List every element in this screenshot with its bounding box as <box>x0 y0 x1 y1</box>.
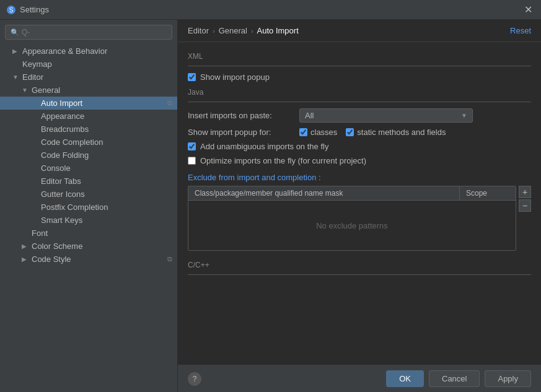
cancel-button[interactable]: Cancel <box>429 370 480 387</box>
show-import-popup-java-row: Show import popup for: classes static me… <box>188 128 531 137</box>
exclude-table-wrapper: Class/package/member qualified name mask… <box>188 186 531 251</box>
table-col2-header: Scope <box>460 186 516 200</box>
sidebar-item-label: Code Style <box>32 255 167 264</box>
search-box[interactable]: 🔍 <box>5 25 172 40</box>
arrow-icon: ▶ <box>12 48 21 54</box>
sidebar-item-editor-tabs[interactable]: Editor Tabs <box>0 175 177 188</box>
static-methods-checkbox[interactable] <box>346 128 354 136</box>
content-area: Editor › General › Auto Import Reset XML… <box>178 20 541 392</box>
java-section-label: Java <box>188 88 531 97</box>
exclude-link[interactable]: import and completion <box>237 173 317 182</box>
sidebar-item-code-folding[interactable]: Code Folding <box>0 149 177 162</box>
optimize-imports-row: Optimize imports on the fly (for current… <box>188 156 531 165</box>
sidebar-item-label: Editor <box>22 72 172 82</box>
svg-text:S: S <box>9 7 14 14</box>
sidebar-item-label: Postfix Completion <box>41 203 172 212</box>
breadcrumb: Editor › General › Auto Import <box>188 26 299 35</box>
arrow-icon: ▼ <box>22 87 30 94</box>
sidebar-item-label: Color Scheme <box>32 242 172 251</box>
sidebar-item-appearance[interactable]: Appearance <box>0 110 177 123</box>
arrow-icon: ▶ <box>22 243 30 250</box>
sidebar-item-gutter-icons[interactable]: Gutter Icons <box>0 188 177 201</box>
dropdown-arrow-icon: ▼ <box>461 112 467 119</box>
optimize-imports-label: Optimize imports on the fly (for current… <box>200 156 366 165</box>
sidebar-item-breadcrumbs[interactable]: Breadcrumbs <box>0 123 177 136</box>
classes-checkbox[interactable] <box>299 128 307 136</box>
sidebar: 🔍 ▶ Appearance & Behavior Keymap ▼ Edito… <box>0 20 178 392</box>
sidebar-item-code-style[interactable]: ▶ Code Style ⧉ <box>0 253 177 266</box>
java-divider <box>188 102 531 102</box>
show-import-popup-xml-checkbox[interactable] <box>188 73 196 81</box>
copy-icon: ⧉ <box>167 99 172 107</box>
search-input[interactable] <box>22 28 167 37</box>
sidebar-item-console[interactable]: Console <box>0 162 177 175</box>
breadcrumb-general: General <box>219 26 247 35</box>
add-unambiguous-row: Add unambiguous imports on the fly <box>188 142 531 151</box>
apply-button[interactable]: Apply <box>485 370 531 387</box>
exclude-section: Exclude from import and completion : Cla… <box>188 173 531 251</box>
insert-imports-dropdown[interactable]: All ▼ <box>299 108 473 123</box>
sidebar-item-code-completion[interactable]: Code Completion <box>0 136 177 149</box>
classes-label: classes <box>310 128 337 137</box>
sidebar-item-smart-keys[interactable]: Smart Keys <box>0 214 177 227</box>
search-icon: 🔍 <box>11 28 19 37</box>
arrow-icon: ▶ <box>22 256 30 263</box>
window-title: Settings <box>20 5 522 14</box>
breadcrumb-auto-import: Auto Import <box>257 26 299 35</box>
add-pattern-button[interactable]: + <box>519 186 531 198</box>
content-body: XML Show import popup Java Insert import… <box>178 42 541 365</box>
close-button[interactable]: ✕ <box>522 4 535 15</box>
table-body: No exclude patterns <box>188 201 516 250</box>
xml-divider <box>188 66 531 66</box>
main-container: 🔍 ▶ Appearance & Behavior Keymap ▼ Edito… <box>0 20 541 392</box>
breadcrumb-sep-2: › <box>251 27 253 35</box>
insert-imports-row: Insert imports on paste: All ▼ <box>188 108 531 123</box>
exclude-table: Class/package/member qualified name mask… <box>188 186 516 251</box>
ok-button[interactable]: OK <box>386 370 424 387</box>
table-col1-header: Class/package/member qualified name mask <box>188 186 460 200</box>
sidebar-item-keymap[interactable]: Keymap <box>0 58 177 71</box>
sidebar-item-label: Code Completion <box>41 137 172 147</box>
sidebar-item-label: Font <box>32 229 172 238</box>
sidebar-item-postfix-completion[interactable]: Postfix Completion <box>0 201 177 214</box>
sidebar-item-label: Smart Keys <box>41 216 172 225</box>
table-header: Class/package/member qualified name mask… <box>188 186 516 201</box>
sidebar-item-label: Console <box>41 163 172 173</box>
sidebar-item-label: Editor Tabs <box>41 176 172 186</box>
reset-button[interactable]: Reset <box>510 26 531 35</box>
insert-imports-value: All <box>305 111 461 120</box>
sidebar-item-label: Appearance & Behavior <box>22 46 172 56</box>
cpp-section: C/C++ <box>188 261 531 275</box>
cpp-divider <box>188 274 531 275</box>
remove-pattern-button[interactable]: − <box>519 199 531 212</box>
static-methods-label: static methods and fields <box>357 128 446 137</box>
add-unambiguous-label: Add unambiguous imports on the fly <box>200 142 328 151</box>
title-bar: S Settings ✕ <box>0 0 541 20</box>
breadcrumb-sep-1: › <box>213 27 215 35</box>
bottom-bar: ? OK Cancel Apply <box>178 365 541 392</box>
sidebar-item-font[interactable]: Font <box>0 227 177 240</box>
table-action-buttons: + − <box>519 186 531 251</box>
show-import-popup-xml-row: Show import popup <box>188 72 531 82</box>
sidebar-item-label: Gutter Icons <box>41 189 172 199</box>
optimize-imports-checkbox[interactable] <box>188 157 196 165</box>
sidebar-item-label: General <box>32 85 172 95</box>
exclude-colon: : <box>319 173 321 182</box>
sidebar-item-label: Auto Import <box>41 98 167 108</box>
sidebar-item-auto-import[interactable]: Auto Import ⧉ <box>0 97 177 110</box>
show-import-popup-java-label: Show import popup for: <box>188 128 299 137</box>
exclude-from-text: Exclude from <box>188 173 235 182</box>
insert-imports-label: Insert imports on paste: <box>188 111 299 120</box>
content-header: Editor › General › Auto Import Reset <box>178 20 541 42</box>
sidebar-item-label: Breadcrumbs <box>41 124 172 134</box>
add-unambiguous-checkbox[interactable] <box>188 142 196 150</box>
sidebar-item-appearance-behavior[interactable]: ▶ Appearance & Behavior <box>0 45 177 58</box>
sidebar-item-color-scheme[interactable]: ▶ Color Scheme <box>0 240 177 253</box>
copy-icon: ⧉ <box>167 255 172 263</box>
sidebar-item-general[interactable]: ▼ General <box>0 84 177 97</box>
help-button[interactable]: ? <box>188 372 201 386</box>
sidebar-item-label: Appearance <box>41 111 172 121</box>
xml-section-label: XML <box>188 52 531 61</box>
sidebar-item-editor[interactable]: ▼ Editor <box>0 71 177 84</box>
sidebar-item-label: Code Folding <box>41 150 172 160</box>
